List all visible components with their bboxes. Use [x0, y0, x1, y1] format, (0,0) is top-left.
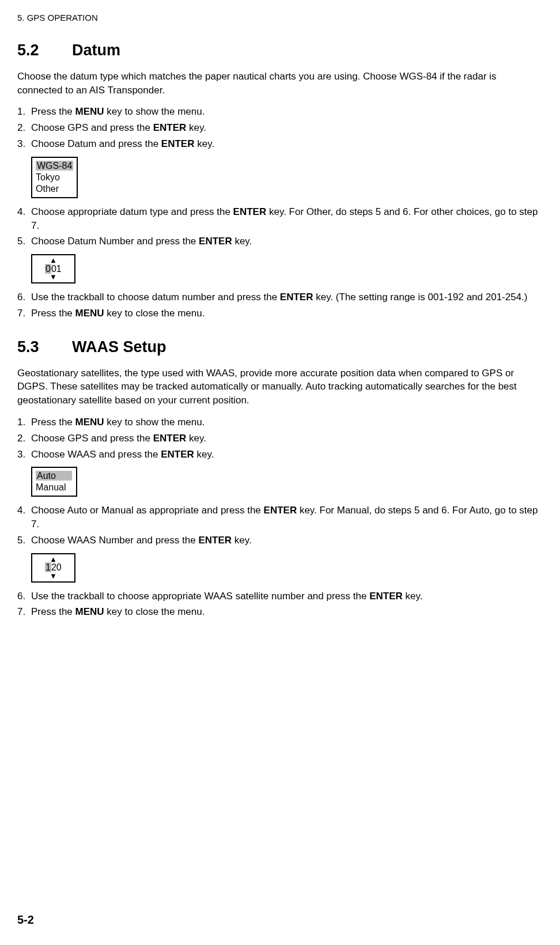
- list-item: 2.Choose GPS and press the ENTER key.: [17, 121, 543, 135]
- step-num: 4.: [17, 504, 31, 517]
- step-num: 1.: [17, 415, 31, 429]
- steps-list: 6.Use the trackball to choose appropriat…: [17, 589, 543, 619]
- highlighted-digit: 0: [45, 264, 51, 274]
- section-title-5-2: 5.2Datum: [17, 40, 543, 62]
- highlighted-digit: 1: [45, 562, 51, 572]
- steps-list: 6.Use the trackball to choose datum numb…: [17, 290, 543, 320]
- section-heading: Datum: [72, 41, 120, 59]
- list-item: 2.Choose GPS and press the ENTER key.: [17, 432, 543, 445]
- step-text: Choose GPS and press the: [31, 122, 153, 133]
- key-name: ENTER: [198, 535, 232, 546]
- section-num: 5.3: [17, 337, 72, 358]
- step-text: key.: [232, 535, 252, 546]
- step-text: key to close the menu.: [104, 606, 205, 617]
- step-text: key. (The setting range is 001-192 and 2…: [313, 292, 527, 303]
- step-num: 3.: [17, 448, 31, 462]
- list-item: 5.Choose WAAS Number and press the ENTER…: [17, 534, 543, 547]
- option: Other: [36, 183, 73, 195]
- step-text: key to close the menu.: [104, 308, 205, 319]
- step-text: key.: [232, 236, 252, 247]
- key-name: ENTER: [264, 505, 297, 516]
- list-item: 4.Choose appropriate datum type and pres…: [17, 205, 543, 233]
- step-text: key to show the menu.: [104, 417, 205, 428]
- waas-number-box: ▲ 120 ▼: [31, 553, 75, 583]
- steps-list: 1.Press the MENU key to show the menu. 2…: [17, 105, 543, 150]
- arrow-down-icon: ▼: [45, 274, 62, 281]
- step-num: 1.: [17, 105, 31, 119]
- step-num: 5.: [17, 235, 31, 248]
- step-text: key.: [186, 433, 206, 444]
- list-item: 3.Choose WAAS and press the ENTER key.: [17, 448, 543, 462]
- key-name: ENTER: [153, 433, 187, 444]
- option: Tokyo: [36, 172, 73, 183]
- list-item: 3.Choose Datum and press the ENTER key.: [17, 137, 543, 151]
- step-num: 3.: [17, 137, 31, 151]
- key-name: ENTER: [161, 138, 195, 149]
- key-name: MENU: [75, 308, 104, 319]
- chapter-header: 5. GPS OPERATION: [17, 12, 543, 24]
- step-text: Choose WAAS and press the: [31, 449, 161, 460]
- step-num: 4.: [17, 205, 31, 219]
- list-item: 7.Press the MENU key to close the menu.: [17, 307, 543, 320]
- section-intro: Geostationary satellites, the type used …: [17, 366, 543, 407]
- datum-number-box: ▲ 001 ▼: [31, 254, 75, 284]
- option: Manual: [36, 482, 73, 493]
- list-item: 6.Use the trackball to choose appropriat…: [17, 589, 543, 603]
- option-selected: Auto: [36, 471, 72, 481]
- key-name: MENU: [75, 417, 104, 428]
- digit: 20: [51, 562, 62, 572]
- step-num: 7.: [17, 307, 31, 320]
- waas-options-box: Auto Manual: [31, 467, 77, 497]
- key-name: ENTER: [161, 449, 194, 460]
- step-text: Press the: [31, 106, 75, 117]
- step-num: 7.: [17, 605, 31, 619]
- steps-list: 4.Choose appropriate datum type and pres…: [17, 205, 543, 248]
- step-text: key.: [186, 122, 206, 133]
- key-name: MENU: [75, 106, 104, 117]
- step-text: Choose appropriate datum type and press …: [31, 206, 233, 217]
- step-num: 6.: [17, 290, 31, 304]
- datum-options-box: WGS-84 Tokyo Other: [31, 157, 78, 198]
- page-number: 5-2: [17, 912, 34, 928]
- section-5-3: 5.3WAAS Setup Geostationary satellites, …: [17, 337, 543, 619]
- digit: 01: [51, 264, 62, 274]
- arrow-down-icon: ▼: [45, 573, 62, 580]
- arrow-up-icon: ▲: [45, 257, 62, 264]
- key-name: ENTER: [153, 122, 187, 133]
- step-text: key.: [194, 449, 214, 460]
- key-name: ENTER: [233, 206, 267, 217]
- steps-list: 1.Press the MENU key to show the menu. 2…: [17, 415, 543, 461]
- section-intro: Choose the datum type which matches the …: [17, 70, 543, 97]
- step-text: Press the: [31, 417, 75, 428]
- step-text: Press the: [31, 308, 75, 319]
- list-item: 6.Use the trackball to choose datum numb…: [17, 290, 543, 304]
- steps-list: 4.Choose Auto or Manual as appropriate a…: [17, 504, 543, 547]
- list-item: 5.Choose Datum Number and press the ENTE…: [17, 235, 543, 248]
- step-text: Choose Datum and press the: [31, 138, 161, 149]
- step-text: Choose GPS and press the: [31, 433, 153, 444]
- key-name: ENTER: [199, 236, 232, 247]
- list-item: 1.Press the MENU key to show the menu.: [17, 105, 543, 119]
- key-name: ENTER: [280, 292, 313, 303]
- step-num: 6.: [17, 589, 31, 603]
- step-text: Use the trackball to choose appropriate …: [31, 591, 369, 602]
- section-title-5-3: 5.3WAAS Setup: [17, 337, 543, 358]
- section-heading: WAAS Setup: [72, 338, 167, 356]
- section-5-2: 5.2Datum Choose the datum type which mat…: [17, 40, 543, 320]
- list-item: 7.Press the MENU key to close the menu.: [17, 605, 543, 619]
- list-item: 4.Choose Auto or Manual as appropriate a…: [17, 504, 543, 531]
- step-text: Choose Datum Number and press the: [31, 236, 199, 247]
- key-name: MENU: [75, 606, 104, 617]
- section-num: 5.2: [17, 40, 72, 62]
- option-selected: WGS-84: [36, 161, 73, 171]
- step-text: key.: [194, 138, 214, 149]
- step-num: 2.: [17, 121, 31, 135]
- step-text: Choose Auto or Manual as appropriate and…: [31, 505, 264, 516]
- step-text: key.: [403, 591, 423, 602]
- step-text: Press the: [31, 606, 75, 617]
- step-num: 2.: [17, 432, 31, 445]
- step-text: Choose WAAS Number and press the: [31, 535, 198, 546]
- step-num: 5.: [17, 534, 31, 547]
- list-item: 1.Press the MENU key to show the menu.: [17, 415, 543, 429]
- arrow-up-icon: ▲: [45, 556, 62, 563]
